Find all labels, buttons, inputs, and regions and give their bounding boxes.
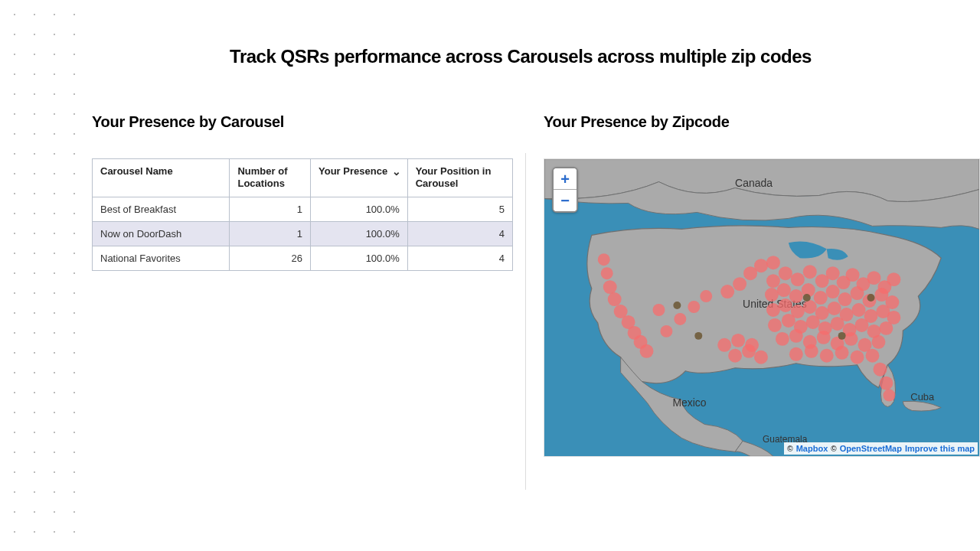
svg-point-48 [817, 331, 831, 344]
svg-point-88 [694, 332, 702, 340]
svg-point-35 [768, 318, 782, 332]
col-your-position[interactable]: Your Position in Carousel [407, 159, 512, 197]
svg-point-18 [826, 285, 840, 298]
cell-locations: 1 [230, 221, 311, 246]
svg-point-25 [779, 298, 792, 312]
svg-point-85 [700, 290, 712, 302]
map-attribution: © Mapbox © OpenStreetMap Improve this ma… [784, 442, 978, 455]
map-label-cuba: Cuba [910, 391, 935, 403]
svg-point-67 [745, 338, 759, 352]
carousel-panel-heading: Your Presence by Carousel [92, 113, 513, 131]
svg-point-40 [831, 317, 844, 331]
presence-by-carousel-panel: Your Presence by Carousel Carousel Name … [92, 113, 513, 457]
copyright-icon: © [787, 445, 792, 453]
zoom-out-button[interactable]: − [554, 190, 577, 211]
zipcode-panel-heading: Your Presence by Zipcode [544, 113, 980, 131]
page-title: Track QSRs performance across Carousels … [92, 46, 949, 67]
svg-point-15 [789, 289, 803, 303]
cell-carousel-name: National Favorites [93, 246, 230, 270]
svg-point-69 [754, 259, 768, 272]
cell-presence: 100.0% [311, 246, 408, 270]
map-label-mexico: Mexico [672, 396, 706, 409]
svg-point-46 [789, 329, 803, 343]
svg-point-82 [660, 325, 672, 337]
cell-locations: 26 [230, 246, 311, 270]
col-carousel-name[interactable]: Carousel Name [93, 159, 230, 197]
svg-point-84 [688, 301, 700, 313]
svg-point-90 [867, 294, 875, 302]
svg-point-50 [844, 332, 858, 346]
cell-carousel-name: Best of Breakfast [93, 197, 230, 221]
svg-point-14 [777, 283, 791, 297]
svg-point-59 [873, 363, 887, 377]
svg-point-20 [851, 286, 864, 300]
svg-point-42 [855, 318, 869, 332]
cell-presence: 100.0% [311, 197, 408, 221]
svg-point-10 [867, 271, 881, 285]
svg-point-1 [766, 274, 780, 288]
svg-point-12 [887, 272, 900, 286]
cell-presence: 100.0% [311, 221, 408, 246]
chevron-down-icon: ⌄ [392, 165, 401, 179]
cell-position: 4 [407, 221, 512, 246]
svg-point-54 [805, 344, 818, 358]
table-row[interactable]: National Favorites 26 100.0% 4 [93, 246, 513, 270]
carousel-table: Carousel Name Number of Locations Your P… [92, 158, 513, 271]
svg-point-60 [879, 377, 893, 390]
svg-point-8 [846, 268, 860, 282]
svg-point-66 [731, 334, 745, 347]
svg-point-71 [733, 277, 746, 291]
svg-point-44 [879, 321, 893, 335]
svg-point-56 [835, 346, 849, 360]
osm-link[interactable]: OpenStreetMap [840, 444, 902, 453]
svg-point-64 [754, 350, 768, 364]
svg-point-91 [838, 332, 846, 340]
table-row[interactable]: Now on DoorDash 1 100.0% 4 [93, 221, 513, 246]
cell-carousel-name: Now on DoorDash [93, 221, 230, 246]
svg-point-83 [674, 313, 686, 325]
svg-point-31 [852, 303, 866, 317]
svg-point-81 [598, 253, 610, 266]
map-label-canada: Canada [735, 177, 773, 189]
col-your-presence[interactable]: Your Presence ⌄ [311, 159, 408, 197]
svg-point-52 [871, 335, 885, 349]
col-number-of-locations[interactable]: Number of Locations [230, 159, 311, 197]
improve-map-link[interactable]: Improve this map [905, 444, 975, 453]
svg-point-89 [803, 294, 811, 302]
svg-point-38 [806, 315, 820, 329]
svg-point-87 [673, 302, 681, 309]
svg-point-17 [814, 291, 828, 305]
column-divider [525, 153, 526, 490]
svg-point-2 [779, 266, 792, 280]
svg-point-13 [765, 288, 779, 302]
svg-point-70 [766, 256, 780, 269]
svg-point-19 [838, 292, 852, 306]
svg-point-62 [728, 349, 742, 363]
map-zoom-control: + − [552, 167, 578, 213]
svg-point-4 [803, 265, 817, 279]
svg-point-79 [640, 344, 654, 358]
svg-point-57 [851, 350, 864, 364]
svg-point-72 [720, 285, 734, 298]
map-svg: Canada United States Mexico Cuba Guatema… [544, 159, 979, 456]
zipcode-map[interactable]: Canada United States Mexico Cuba Guatema… [544, 158, 980, 457]
cell-position: 4 [407, 246, 512, 270]
svg-point-6 [826, 266, 840, 280]
cell-locations: 1 [230, 197, 311, 221]
svg-point-58 [866, 349, 880, 363]
svg-point-74 [608, 292, 622, 306]
svg-point-3 [791, 272, 805, 286]
copyright-icon: © [831, 445, 836, 453]
table-row[interactable]: Best of Breakfast 1 100.0% 5 [93, 197, 513, 221]
table-header-row: Carousel Name Number of Locations Your P… [93, 159, 513, 197]
svg-point-55 [820, 349, 834, 363]
svg-point-29 [828, 302, 841, 315]
svg-point-65 [717, 338, 731, 352]
svg-point-53 [789, 347, 803, 361]
svg-point-45 [776, 332, 789, 346]
svg-point-73 [603, 280, 617, 294]
svg-point-36 [782, 314, 795, 328]
mapbox-link[interactable]: Mapbox [796, 444, 828, 453]
col-your-presence-label: Your Presence [318, 165, 387, 177]
zoom-in-button[interactable]: + [554, 168, 577, 190]
